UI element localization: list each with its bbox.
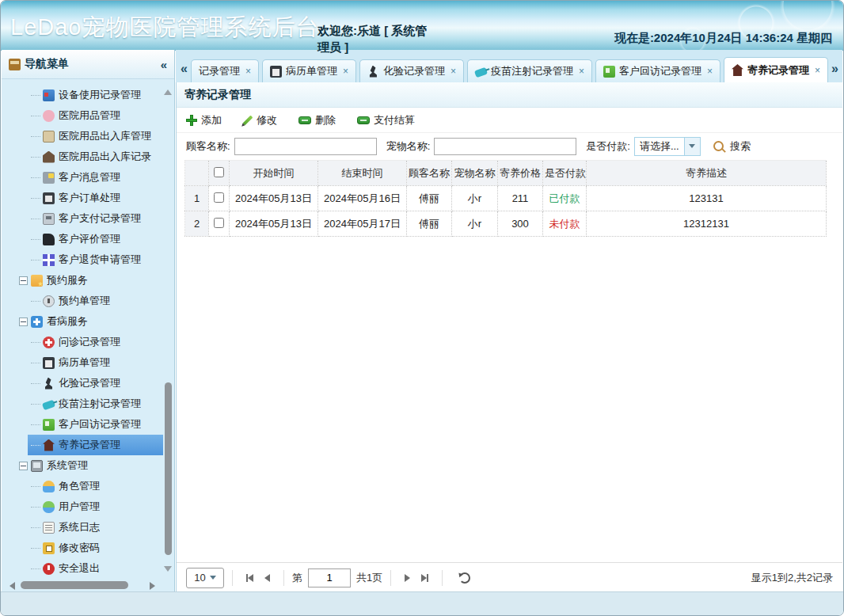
sidebar-item-medical-services[interactable]: 看病服务 (2, 311, 163, 332)
sidebar-item-medical-records[interactable]: 病历单管理 (2, 352, 163, 373)
chevron-down-icon (210, 576, 216, 580)
sidebar-vscroll-up-icon[interactable] (164, 89, 172, 95)
start-time-cell: 2024年05月13日 (230, 211, 318, 237)
pet-name-label: 宠物名称: (386, 139, 431, 154)
users-icon (43, 501, 55, 513)
select-all-cell (209, 161, 230, 186)
prev-page-button[interactable] (264, 574, 270, 582)
sidebar-item-booking-orders[interactable]: 预约单管理 (2, 291, 163, 311)
customer-name-input[interactable] (234, 138, 377, 155)
paid-status-select[interactable]: 请选择... (634, 137, 701, 156)
bulb-icon (43, 295, 55, 307)
search-button[interactable]: 搜索 (713, 139, 751, 154)
tab-vaccination-records[interactable]: 疫苗注射记录管理 × (467, 59, 592, 82)
sidebar-item-role-mgmt[interactable]: 角色管理 (2, 476, 163, 496)
window-footer (1, 591, 843, 615)
start-time-cell: 2024年05月13日 (230, 186, 318, 211)
refresh-button[interactable] (456, 572, 470, 584)
syringe-icon (42, 400, 55, 411)
row-number: 1 (185, 186, 209, 211)
sidebar-item-consultation-records[interactable]: 问诊记录管理 (2, 332, 163, 352)
close-icon[interactable]: × (451, 66, 456, 77)
collapse-node-icon[interactable] (19, 276, 28, 285)
sidebar-collapse-icon[interactable]: « (161, 58, 167, 71)
flask-icon (43, 110, 55, 122)
table-row[interactable]: 1 2024年05月13日 2024年05月16日 傅丽 小r 211 已付款 … (185, 186, 827, 211)
sidebar-item-boarding-records[interactable]: 寄养记录管理 (28, 435, 163, 455)
prev-page-icon (264, 574, 270, 582)
tab-bar: « 记录管理 × 病历单管理 × 化验记录管理 × 疫苗注射记录管理 × 客户回… (176, 50, 842, 82)
delete-button[interactable]: 删除 (298, 113, 336, 127)
panel-title: 寄养记录管理 (177, 82, 842, 108)
toolbar: 添加 修改 删除 支付结算 (177, 108, 842, 133)
collapse-node-icon[interactable] (19, 318, 28, 326)
sidebar-item-customer-followup-records[interactable]: 客户回访记录管理 (2, 414, 163, 435)
sidebar-hscroll-thumb[interactable] (21, 581, 128, 589)
close-icon[interactable]: × (245, 66, 251, 77)
record-count-status: 显示1到2,共2记录 (751, 571, 833, 585)
tab-followup-records[interactable]: 客户回访记录管理 × (595, 59, 720, 82)
customer-name-label: 顾客名称: (186, 139, 230, 154)
sidebar-item-customer-orders[interactable]: 客户订单处理 (2, 188, 163, 208)
current-datetime: 现在是:2024年10月24日 14:36:24 星期四 (614, 31, 832, 46)
tab-records[interactable]: 记录管理 × (191, 59, 259, 82)
sidebar-item-customer-payments[interactable]: 客户支付记录管理 (2, 208, 163, 229)
folder-star-icon (31, 275, 43, 287)
end-time-cell: 2024年05月17日 (318, 211, 407, 237)
monitor-icon (43, 89, 55, 101)
collapse-node-icon[interactable] (19, 462, 28, 470)
page-size-select[interactable]: 10 (186, 568, 224, 588)
row-checkbox[interactable] (214, 192, 224, 203)
sidebar-item-customer-returns[interactable]: 客户退货申请管理 (2, 249, 163, 270)
sidebar-item-system-mgmt[interactable]: 系统管理 (2, 455, 163, 476)
system-monitor-icon (31, 460, 43, 472)
chevron-down-icon[interactable] (684, 138, 700, 155)
customer-cell: 傅丽 (407, 211, 452, 237)
close-icon[interactable]: × (579, 66, 584, 77)
sidebar-item-supplies-inventory-records[interactable]: 医院用品出入库记录 (2, 146, 163, 167)
refresh-icon (459, 572, 470, 584)
close-icon[interactable]: × (815, 65, 820, 76)
sidebar-item-change-password[interactable]: 修改密码 (2, 538, 163, 558)
settle-button[interactable]: 支付结算 (357, 113, 415, 127)
add-button[interactable]: 添加 (186, 113, 222, 127)
pet-name-input[interactable] (434, 138, 576, 155)
sidebar-vscroll-down-icon[interactable] (164, 566, 172, 572)
page-number-input[interactable] (308, 568, 351, 587)
sidebar-item-lab-test-records[interactable]: 化验记录管理 (2, 373, 163, 394)
tab-boarding-records[interactable]: 寄养记录管理 × (724, 57, 828, 82)
sidebar-hscroll-left-icon[interactable] (10, 582, 15, 590)
table-row[interactable]: 2 2024年05月13日 2024年05月17日 傅丽 小r 300 未付款 … (185, 211, 827, 237)
row-checkbox[interactable] (214, 218, 224, 228)
sidebar-item-user-mgmt[interactable]: 用户管理 (2, 496, 163, 517)
row-number: 2 (185, 211, 209, 237)
tabs-scroll-left-icon[interactable]: « (181, 63, 188, 75)
app-header: LeDao宠物医院管理系统后台 欢迎您:乐道 [ 系统管理员 ] 现在是:202… (1, 1, 843, 51)
sidebar-item-customer-reviews[interactable]: 客户评价管理 (2, 229, 163, 249)
col-paid: 是否付款 (543, 161, 587, 186)
sidebar-item-vaccination-records[interactable]: 疫苗注射记录管理 (2, 394, 163, 414)
sidebar-item-system-logs[interactable]: 系统日志 (2, 517, 163, 538)
select-all-checkbox[interactable] (214, 167, 224, 177)
sidebar-item-hospital-supplies[interactable]: 医院用品管理 (2, 105, 163, 126)
sidebar-item-booking-services[interactable]: 预约服务 (2, 270, 163, 291)
next-page-button[interactable] (405, 574, 410, 582)
sidebar-item-supplies-inventory-mgmt[interactable]: 医院用品出入库管理 (2, 126, 163, 146)
sidebar-hscroll-right-icon[interactable] (150, 582, 155, 590)
edit-button[interactable]: 修改 (243, 113, 277, 127)
sidebar-vscroll-thumb[interactable] (165, 382, 172, 555)
sidebar-item-logout[interactable]: 安全退出 (2, 558, 163, 579)
tab-medical-records[interactable]: 病历单管理 × (262, 59, 356, 82)
green-book-icon (603, 66, 615, 78)
close-icon[interactable]: × (707, 66, 713, 77)
tab-lab-records[interactable]: 化验记录管理 × (359, 59, 464, 82)
tabs-scroll-right-icon[interactable]: » (831, 63, 838, 75)
sidebar-item-customer-messages[interactable]: 客户消息管理 (2, 167, 163, 188)
first-page-button[interactable] (246, 574, 253, 582)
nav-tree: 设备使用记录管理 医院用品管理 医院用品出入库管理 医院用品出入库记录 客户消息… (2, 79, 163, 580)
paid-status-badge: 未付款 (543, 211, 587, 237)
close-icon[interactable]: × (343, 66, 348, 77)
sidebar-item-equipment-usage-records[interactable]: 设备使用记录管理 (2, 85, 163, 105)
power-icon (43, 563, 55, 575)
last-page-button[interactable] (421, 574, 428, 582)
